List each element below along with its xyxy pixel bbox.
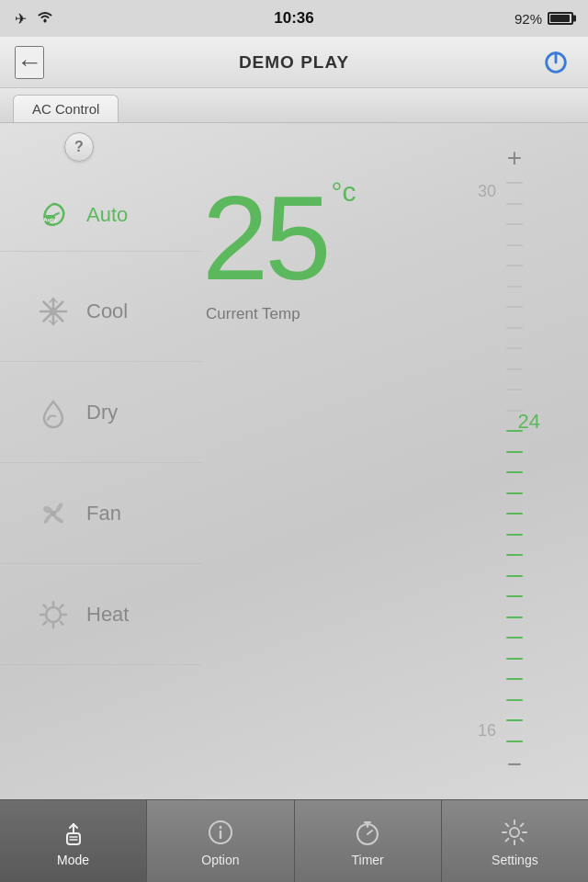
auto-icon: Auto (37, 198, 70, 232)
tick-mark (506, 182, 523, 184)
svg-line-23 (44, 621, 47, 624)
svg-line-21 (61, 621, 63, 624)
tick-mark (506, 327, 523, 329)
timer-nav-label: Timer (351, 853, 383, 867)
mode-item-cool[interactable]: Cool (0, 261, 202, 362)
ac-control-label: AC Control (32, 101, 99, 117)
tick-mark (506, 616, 523, 618)
status-bar: ✈ 10:36 92% (0, 0, 588, 37)
tick-mark (506, 244, 523, 246)
tab-subbar: AC Control (0, 88, 588, 123)
mode-item-heat[interactable]: Heat (0, 564, 202, 665)
nav-item-timer[interactable]: Timer (295, 800, 442, 882)
settings-nav-label: Settings (492, 853, 538, 867)
svg-line-35 (368, 831, 372, 834)
tick-mark (506, 471, 523, 473)
main-content: ? Auto Auto (0, 123, 588, 799)
plus-button[interactable]: + (498, 141, 531, 175)
tick-mark (506, 595, 523, 597)
option-nav-label: Option (201, 853, 239, 867)
status-right: 92% (514, 11, 573, 27)
mode-label-cool: Cool (86, 300, 128, 323)
option-nav-icon (204, 816, 237, 849)
header: ← DEMO PLAY (0, 37, 588, 88)
tick-mark (506, 389, 523, 390)
status-left: ✈ (15, 9, 54, 28)
wifi-icon (36, 9, 54, 28)
temperature-value: 25 (202, 178, 328, 298)
svg-point-9 (50, 308, 57, 315)
tick-mark (506, 534, 523, 536)
tick-mark (506, 286, 523, 288)
tick-container (502, 182, 527, 741)
temperature-unit: °c (332, 178, 356, 206)
tick-mark (506, 741, 523, 742)
mode-list: Auto Auto Cool (0, 123, 202, 799)
temp-display: 25 °c Current Temp (202, 178, 441, 323)
header-title: DEMO PLAY (239, 52, 349, 73)
svg-text:Auto: Auto (43, 216, 56, 221)
tick-mark (506, 554, 523, 556)
dry-icon (37, 396, 70, 429)
mode-item-dry[interactable]: Dry (0, 362, 202, 463)
minus-icon: − (507, 750, 522, 779)
tick-mark (506, 203, 523, 205)
tick-mark (506, 678, 523, 680)
tick-mark (506, 699, 523, 701)
power-icon (542, 49, 570, 76)
back-button[interactable]: ← (15, 46, 44, 79)
svg-point-15 (46, 607, 61, 622)
mode-item-fan[interactable]: Fan (0, 463, 202, 564)
heat-icon (37, 598, 70, 631)
nav-item-option[interactable]: Option (147, 800, 294, 882)
current-temp-label: Current Temp (206, 305, 300, 323)
mode-label-dry: Dry (86, 401, 118, 424)
mode-label-auto: Auto (86, 203, 128, 227)
battery-icon (548, 12, 573, 25)
svg-line-22 (61, 605, 63, 607)
bottom-nav: Mode Option Timer (0, 799, 588, 882)
mode-item-auto[interactable]: Auto Auto (0, 178, 202, 252)
power-button[interactable] (538, 45, 573, 80)
plus-icon: + (507, 143, 522, 173)
tick-mark (506, 410, 523, 412)
tick-mark (506, 451, 523, 453)
cool-icon (37, 295, 70, 328)
nav-item-mode[interactable]: Mode (0, 800, 147, 882)
tick-mark (506, 513, 523, 514)
tick-mark (506, 368, 523, 370)
thermo-track[interactable]: 30 24 16 (502, 182, 527, 741)
tick-mark (506, 637, 523, 639)
tick-mark (506, 658, 523, 660)
tick-mark (506, 575, 523, 577)
airplane-icon: ✈ (15, 10, 27, 28)
tick-mark (506, 430, 523, 432)
ac-control-tab[interactable]: AC Control (13, 95, 119, 122)
tick-mark (506, 719, 523, 721)
nav-item-settings[interactable]: Settings (442, 800, 588, 882)
svg-point-0 (44, 20, 47, 23)
back-arrow-icon: ← (17, 48, 42, 77)
tick-mark (506, 306, 523, 308)
mode-nav-label: Mode (57, 853, 89, 867)
tick-mark (506, 265, 523, 266)
settings-nav-icon (498, 816, 531, 849)
tick-mark (506, 347, 523, 349)
tick-mark (506, 223, 523, 225)
mode-nav-icon (57, 816, 90, 849)
battery-percent: 92% (514, 11, 542, 27)
mode-label-heat: Heat (86, 603, 129, 627)
timer-nav-icon (351, 816, 384, 849)
fan-icon (37, 497, 70, 530)
minus-button[interactable]: − (498, 748, 531, 781)
temp-max-label: 30 (478, 182, 496, 201)
temp-min-label: 16 (478, 721, 496, 741)
svg-line-20 (44, 605, 47, 607)
mode-label-fan: Fan (86, 502, 121, 526)
thermo-container: + 30 24 16 − (469, 141, 560, 781)
status-time: 10:36 (274, 9, 313, 28)
svg-point-37 (510, 828, 519, 837)
tick-mark (506, 492, 523, 494)
svg-rect-24 (67, 833, 80, 844)
